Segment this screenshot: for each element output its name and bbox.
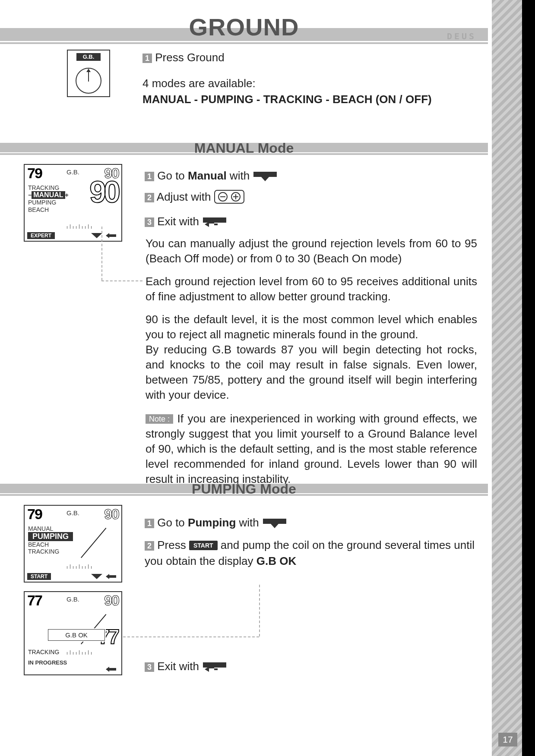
note-label: Note : bbox=[146, 414, 173, 424]
intro-modes-list: MANUAL - PUMPING - TRACKING - BEACH (ON … bbox=[142, 91, 475, 107]
pumping-step1-pre: Go to bbox=[157, 516, 188, 529]
dashed-connector-h2 bbox=[123, 636, 259, 637]
p2-menu-tracking: TRACKING bbox=[28, 649, 59, 655]
note-text: If you are inexperienced in working with… bbox=[146, 412, 477, 485]
pumping-step2-num: 2 bbox=[145, 541, 154, 551]
p2-gb-label: G.B. bbox=[42, 593, 104, 603]
pumping-step3-text: Exit with bbox=[157, 660, 199, 673]
pumping-step1-bold: Pumping bbox=[188, 516, 236, 529]
intro-modes-pre: 4 modes are available: bbox=[142, 76, 475, 91]
svg-marker-0 bbox=[91, 233, 102, 238]
nav-down-icon bbox=[253, 172, 277, 181]
manual-step2-num: 2 bbox=[145, 193, 154, 202]
svg-marker-11 bbox=[91, 574, 102, 579]
manual-step1-pre: Go to bbox=[157, 169, 188, 182]
manual-step1-post: with bbox=[227, 169, 250, 182]
down-icon bbox=[90, 573, 103, 580]
step-number-1: 1 bbox=[142, 54, 152, 63]
manual-step1-bold: Manual bbox=[188, 169, 227, 182]
page-number: 17 bbox=[498, 733, 517, 747]
manual-step2-text: Adjust with bbox=[157, 190, 211, 203]
manual-menu-manual: MANUAL bbox=[32, 191, 65, 199]
svg-marker-13 bbox=[271, 524, 279, 528]
back-icon bbox=[105, 666, 118, 673]
p1-menu-manual: MANUAL bbox=[28, 525, 73, 532]
manual-para1: You can manually adjust the ground rejec… bbox=[146, 236, 477, 266]
back-icon bbox=[105, 232, 118, 239]
side-gray-stripe bbox=[492, 0, 522, 756]
pumping-step3-num: 3 bbox=[145, 662, 154, 672]
pumping-step2-pre: Press bbox=[157, 539, 189, 551]
svg-rect-9 bbox=[203, 217, 226, 223]
intro-block: 1 Press Ground 4 modes are available: MA… bbox=[142, 50, 475, 107]
svg-marker-2 bbox=[261, 177, 269, 181]
pumping-step1-num: 1 bbox=[145, 519, 154, 528]
p1-menu-beach: BEACH bbox=[28, 541, 73, 548]
start-button-label: START bbox=[189, 541, 218, 550]
gb-screen-icon: G.B. bbox=[67, 50, 110, 97]
pumping-screen-2: 77 G.B. 90 M B 77 G.B OK TRACKING IN PRO… bbox=[24, 591, 122, 675]
dashed-connector-h bbox=[101, 280, 142, 281]
pumping-step1-post: with bbox=[236, 516, 259, 529]
page-title-band: GROUND DEUS bbox=[0, 13, 488, 41]
p1-right-num: 90 bbox=[104, 507, 119, 521]
p2-right-num: 90 bbox=[104, 593, 119, 608]
manual-step3-num: 3 bbox=[145, 217, 154, 227]
manual-footer-expert: EXPERT bbox=[27, 232, 55, 239]
p2-gb-ok: G.B OK bbox=[48, 629, 105, 641]
manual-menu-pumping: PUMPING bbox=[28, 199, 69, 206]
manual-note: Note : If you are inexperienced in worki… bbox=[146, 411, 477, 487]
manual-screen: 79 G.B. 90 90 TRACKING −MANUAL+ PUMPING … bbox=[24, 164, 122, 242]
svg-rect-1 bbox=[253, 172, 277, 177]
gb-icon-label: G.B. bbox=[76, 53, 101, 61]
manual-screen-left-num: 79 bbox=[27, 166, 42, 180]
svg-rect-3 bbox=[215, 190, 244, 203]
p2-left-num: 77 bbox=[27, 593, 42, 608]
p1-left-num: 79 bbox=[27, 507, 42, 521]
manual-screen-big-num: 90 bbox=[89, 177, 118, 207]
brand-logo: DEUS bbox=[447, 31, 476, 41]
pumping-step3: 3 Exit with bbox=[145, 656, 477, 677]
p1-menu-pumping: PUMPING bbox=[28, 532, 73, 541]
manual-steps: 1 Go to Manual with 2 Adjust with 3 Exit… bbox=[145, 165, 477, 232]
svg-rect-14 bbox=[203, 662, 226, 668]
p1-gb-label: G.B. bbox=[42, 507, 104, 517]
svg-rect-12 bbox=[263, 519, 286, 524]
back-icon bbox=[105, 573, 118, 580]
back-arrow-icon bbox=[203, 217, 226, 227]
pumping-mode-heading: PUMPING Mode bbox=[0, 481, 488, 498]
intro-step1: Press Ground bbox=[155, 51, 224, 64]
manual-step1-num: 1 bbox=[145, 172, 154, 181]
p1-footer-start: START bbox=[27, 573, 51, 580]
side-black-bar bbox=[522, 0, 535, 756]
manual-menu-tracking: TRACKING bbox=[28, 184, 69, 191]
manual-step3-text: Exit with bbox=[157, 215, 199, 228]
nav-down-icon bbox=[263, 519, 286, 528]
manual-screen-gb-label: G.B. bbox=[42, 166, 104, 176]
minus-plus-icon bbox=[214, 189, 244, 211]
manual-para-dashed: Each ground rejection level from 60 to 9… bbox=[146, 274, 477, 304]
manual-menu-beach: BEACH bbox=[28, 206, 69, 213]
pumping-steps: 1 Go to Pumping with 2 Press START and p… bbox=[145, 515, 477, 570]
pumping-screen-1: 79 G.B. 90 MANUAL PUMPING BEACH TRACKING… bbox=[24, 505, 122, 583]
back-arrow-icon bbox=[203, 662, 226, 672]
dashed-connector-v2 bbox=[259, 585, 260, 636]
manual-para2: 90 is the default level, it is the most … bbox=[146, 312, 477, 403]
dashed-connector-v bbox=[101, 227, 102, 280]
manual-mode-heading: MANUAL Mode bbox=[0, 140, 488, 158]
pumping-step2-bold: G.B OK bbox=[256, 554, 296, 567]
p1-menu-tracking: TRACKING bbox=[28, 548, 73, 555]
page-title: GROUND bbox=[0, 13, 488, 41]
